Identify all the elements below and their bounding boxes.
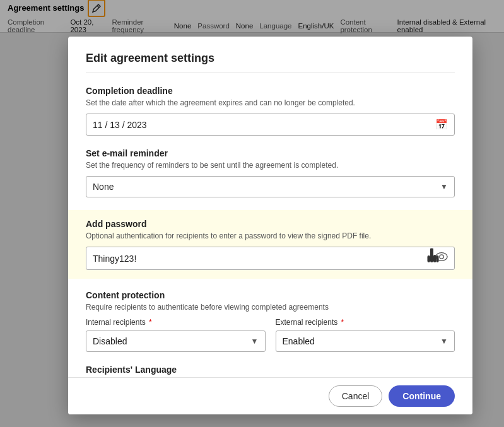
- edit-agreement-modal: Edit agreement settings Completion deadl…: [68, 37, 472, 414]
- external-dropdown[interactable]: Enabled ▼: [276, 330, 455, 352]
- content-protection-cols: Internal recipients * Disabled ▼ Externa…: [86, 318, 455, 352]
- language-section-title: Recipients' Language: [86, 365, 455, 375]
- calendar-icon[interactable]: 📅: [435, 119, 448, 131]
- external-label: External recipients *: [276, 318, 455, 327]
- password-section: Add password Optional authentication for…: [68, 210, 472, 279]
- modal-body: Edit agreement settings Completion deadl…: [68, 37, 472, 377]
- date-input-wrapper[interactable]: 📅: [86, 114, 455, 136]
- password-input[interactable]: [93, 254, 435, 264]
- svg-point-0: [436, 253, 447, 261]
- internal-dropdown[interactable]: Disabled ▼: [86, 330, 266, 352]
- internal-dropdown-value: Disabled: [93, 336, 251, 346]
- external-chevron-icon: ▼: [440, 337, 448, 346]
- cancel-button[interactable]: Cancel: [329, 385, 383, 407]
- password-section-title: Add password: [86, 219, 455, 229]
- svg-point-1: [440, 255, 443, 259]
- external-required-star: *: [341, 318, 344, 327]
- reminder-section-desc: Set the frequency of reminders to be sen…: [86, 161, 455, 170]
- chevron-down-icon: ▼: [440, 182, 448, 191]
- external-dropdown-value: Enabled: [283, 336, 441, 346]
- modal-title: Edit agreement settings: [86, 52, 455, 73]
- external-col: External recipients * Enabled ▼: [276, 318, 455, 352]
- internal-required-star: *: [149, 318, 152, 327]
- date-input[interactable]: [93, 120, 435, 130]
- password-input-wrapper[interactable]: [86, 247, 455, 270]
- completion-section-desc: Set the date after which the agreement e…: [86, 98, 455, 107]
- eye-icon[interactable]: [435, 252, 448, 265]
- reminder-section: Set e-mail reminder Set the frequency of…: [86, 148, 455, 197]
- content-protection-desc: Require recipients to authenticate befor…: [86, 303, 455, 312]
- modal-footer: Cancel Continue: [68, 377, 472, 414]
- internal-label: Internal recipients *: [86, 318, 266, 327]
- content-protection-title: Content protection: [86, 290, 455, 300]
- password-section-desc: Optional authentication for recipients t…: [86, 231, 455, 240]
- reminder-dropdown[interactable]: None ▼: [86, 176, 455, 197]
- reminder-dropdown-value: None: [93, 182, 440, 192]
- completion-section: Completion deadline Set the date after w…: [86, 86, 455, 136]
- language-section: Recipients' Language Select the language…: [86, 365, 455, 377]
- internal-chevron-icon: ▼: [251, 337, 259, 346]
- continue-button[interactable]: Continue: [389, 385, 455, 407]
- completion-section-title: Completion deadline: [86, 86, 455, 96]
- reminder-section-title: Set e-mail reminder: [86, 148, 455, 158]
- content-protection-section: Content protection Require recipients to…: [86, 290, 455, 352]
- internal-col: Internal recipients * Disabled ▼: [86, 318, 266, 352]
- svg-rect-6: [430, 249, 433, 251]
